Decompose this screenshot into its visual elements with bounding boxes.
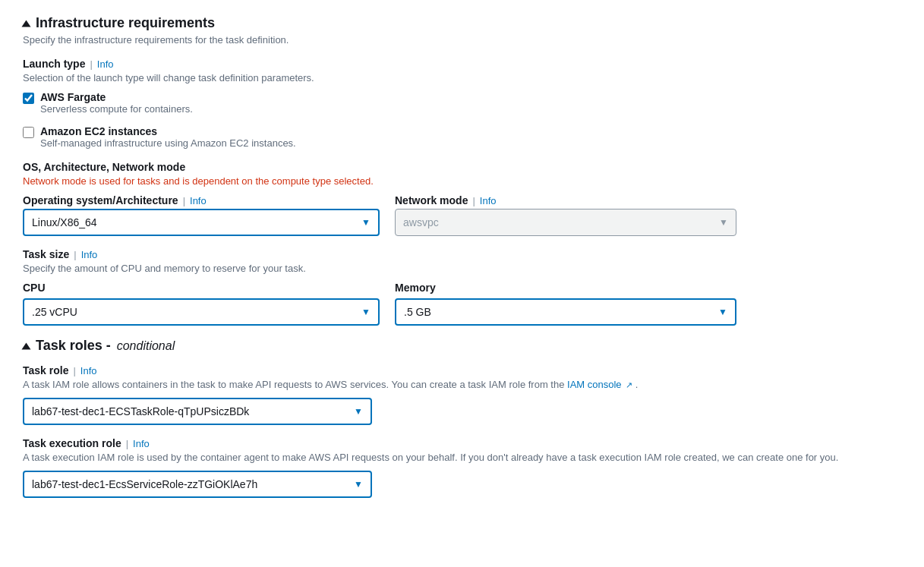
os-field-label: Operating system/Architecture | Info bbox=[23, 194, 380, 206]
execution-role-select[interactable]: lab67-test-dec1-EcsServiceRole-zzTGiOKlA… bbox=[23, 471, 372, 498]
aws-fargate-group: AWS Fargate Serverless compute for conta… bbox=[23, 91, 901, 115]
task-roles-section: Task roles - conditional Task role | Inf… bbox=[23, 338, 901, 498]
collapse-triangle[interactable] bbox=[22, 20, 31, 27]
execution-role-field: Task execution role | Info A task execut… bbox=[23, 437, 901, 498]
cpu-label: CPU bbox=[23, 282, 380, 294]
task-role-field: Task role | Info A task IAM role allows … bbox=[23, 364, 901, 425]
execution-role-info-link[interactable]: Info bbox=[133, 438, 150, 449]
memory-select[interactable]: .5 GB ▼ bbox=[395, 298, 736, 326]
task-roles-italic: conditional bbox=[117, 339, 175, 353]
ec2-label: Amazon EC2 instances bbox=[40, 125, 296, 137]
os-select-wrapper: Linux/X86_64 ▼ bbox=[23, 209, 380, 236]
task-role-dropdown-arrow: ▼ bbox=[354, 406, 363, 417]
os-dropdown-arrow: ▼ bbox=[361, 217, 371, 228]
network-dropdown-arrow: ▼ bbox=[719, 217, 728, 228]
execution-role-desc: A task execution IAM role is used by the… bbox=[23, 452, 901, 463]
task-role-select-wrapper: lab67-test-dec1-ECSTaskRole-qTpUPsiczBDk… bbox=[23, 398, 372, 425]
launch-type-field: Launch type | Info Selection of the laun… bbox=[23, 58, 901, 149]
aws-fargate-row: AWS Fargate Serverless compute for conta… bbox=[23, 91, 901, 115]
os-arch-row: Operating system/Architecture | Info Lin… bbox=[23, 194, 901, 236]
task-size-label: Task size | Info bbox=[23, 248, 901, 260]
os-arch-title: OS, Architecture, Network mode bbox=[23, 161, 901, 173]
launch-type-label: Launch type | Info bbox=[23, 58, 901, 70]
ec2-checkbox[interactable] bbox=[23, 127, 34, 138]
launch-type-info-link[interactable]: Info bbox=[97, 58, 114, 70]
section-header: Infrastructure requirements bbox=[23, 15, 901, 31]
cpu-value: .25 vCPU bbox=[32, 306, 77, 318]
memory-label: Memory bbox=[395, 282, 736, 294]
os-col: Operating system/Architecture | Info Lin… bbox=[23, 194, 380, 236]
memory-col: Memory .5 GB ▼ bbox=[395, 282, 736, 326]
task-size-section: Task size | Info Specify the amount of C… bbox=[23, 248, 901, 326]
network-select-wrapper: awsvpc ▼ bbox=[395, 209, 736, 236]
memory-dropdown-arrow: ▼ bbox=[718, 307, 727, 317]
os-info-link[interactable]: Info bbox=[190, 195, 207, 206]
network-info-link[interactable]: Info bbox=[480, 195, 497, 206]
aws-fargate-checkbox[interactable] bbox=[23, 93, 34, 104]
task-role-desc: A task IAM role allows containers in the… bbox=[23, 379, 901, 390]
task-size-info-link[interactable]: Info bbox=[81, 249, 98, 260]
infrastructure-section: Infrastructure requirements Specify the … bbox=[23, 15, 901, 326]
iam-console-link[interactable]: IAM console ↗ bbox=[567, 379, 635, 390]
execution-role-select-wrapper: lab67-test-dec1-EcsServiceRole-zzTGiOKlA… bbox=[23, 471, 372, 498]
ec2-row: Amazon EC2 instances Self-managed infras… bbox=[23, 125, 901, 149]
memory-value: .5 GB bbox=[404, 306, 431, 318]
launch-type-desc: Selection of the launch type will change… bbox=[23, 72, 901, 83]
task-roles-title: Task roles - bbox=[36, 338, 111, 354]
ec2-group: Amazon EC2 instances Self-managed infras… bbox=[23, 125, 901, 149]
task-roles-header: Task roles - conditional bbox=[23, 338, 901, 354]
task-role-label: Task role | Info bbox=[23, 364, 901, 376]
execution-role-label: Task execution role | Info bbox=[23, 437, 901, 449]
os-arch-warn: Network mode is used for tasks and is de… bbox=[23, 175, 901, 187]
aws-fargate-desc: Serverless compute for containers. bbox=[40, 103, 193, 115]
task-role-info-link[interactable]: Info bbox=[80, 365, 97, 376]
os-select[interactable]: Linux/X86_64 ▼ bbox=[23, 209, 380, 236]
network-col: Network mode | Info awsvpc ▼ bbox=[395, 194, 736, 236]
network-select-value: awsvpc bbox=[403, 216, 439, 228]
section-description: Specify the infrastructure requirements … bbox=[23, 34, 901, 46]
cpu-col: CPU .25 vCPU ▼ bbox=[23, 282, 380, 326]
cpu-select[interactable]: .25 vCPU ▼ bbox=[23, 298, 380, 326]
task-size-desc: Specify the amount of CPU and memory to … bbox=[23, 263, 901, 274]
network-field-label: Network mode | Info bbox=[395, 194, 736, 206]
cpu-mem-row: CPU .25 vCPU ▼ Memory .5 GB ▼ bbox=[23, 282, 901, 326]
task-role-value: lab67-test-dec1-ECSTaskRole-qTpUPsiczBDk bbox=[32, 405, 249, 417]
task-role-select[interactable]: lab67-test-dec1-ECSTaskRole-qTpUPsiczBDk… bbox=[23, 398, 372, 425]
network-select: awsvpc ▼ bbox=[395, 209, 736, 236]
section-title: Infrastructure requirements bbox=[36, 15, 215, 31]
aws-fargate-label: AWS Fargate bbox=[40, 91, 193, 103]
os-select-value: Linux/X86_64 bbox=[32, 216, 97, 228]
external-link-icon: ↗ bbox=[626, 380, 632, 390]
ec2-desc: Self-managed infrastructure using Amazon… bbox=[40, 137, 296, 149]
os-arch-section: OS, Architecture, Network mode Network m… bbox=[23, 161, 901, 236]
cpu-dropdown-arrow: ▼ bbox=[361, 307, 371, 317]
execution-role-dropdown-arrow: ▼ bbox=[354, 479, 363, 490]
task-roles-triangle[interactable] bbox=[22, 342, 31, 349]
execution-role-value: lab67-test-dec1-EcsServiceRole-zzTGiOKlA… bbox=[32, 478, 257, 490]
